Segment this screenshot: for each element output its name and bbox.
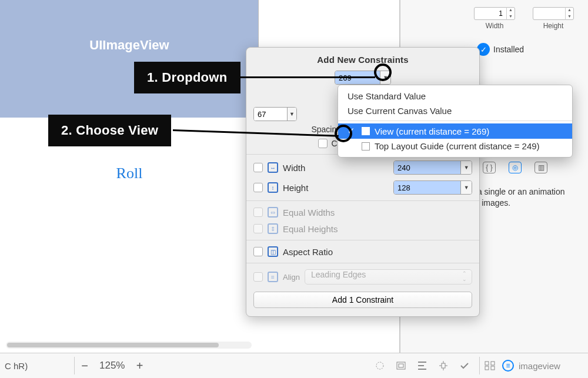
annotation-circle-check: [335, 125, 352, 142]
height-value-caret[interactable]: ▼: [460, 181, 472, 194]
equal-widths-checkbox: [253, 208, 263, 217]
inspector-width-label: Width: [486, 22, 504, 30]
width-checkbox[interactable]: [253, 163, 263, 172]
zoom-level[interactable]: 125%: [99, 360, 125, 372]
menu-view-item[interactable]: ✓ View (current distance = 269): [338, 123, 572, 139]
annotation-dropdown: 1. Dropdown: [134, 62, 240, 93]
height-stepper[interactable]: ▲▼: [565, 7, 573, 20]
toolbar-update-frames-icon[interactable]: [373, 360, 386, 372]
equal-heights-checkbox: [253, 224, 263, 233]
tab-film-icon[interactable]: ▥: [534, 162, 547, 173]
left-constraint-dropdown-caret[interactable]: ▼: [287, 108, 296, 121]
align-label: Align: [283, 273, 300, 282]
svg-point-0: [376, 362, 383, 369]
scrollbar-thumb[interactable]: [7, 343, 219, 347]
width-value-caret[interactable]: ▼: [460, 161, 472, 174]
left-constraint-field[interactable]: ▼: [253, 107, 297, 121]
constrain-margins-checkbox[interactable]: [318, 139, 328, 148]
height-label: Height: [283, 183, 389, 193]
bottom-toolbar: C hR) − 125% + ≡: [0, 353, 588, 378]
align-checkbox: [253, 272, 263, 282]
width-label: Width: [283, 163, 389, 173]
menu-tlg-label: Top Layout Guide (current distance = 249…: [375, 141, 540, 151]
height-checkbox[interactable]: [253, 183, 263, 192]
popover-title: Add New Constraints: [253, 52, 472, 71]
aspect-ratio-checkbox[interactable]: [253, 247, 263, 256]
aspect-ratio-label: Aspect Ratio: [283, 247, 472, 257]
svg-rect-4: [485, 362, 489, 365]
roll-button-label[interactable]: Roll: [0, 165, 259, 182]
align-icon: ≡: [268, 272, 278, 282]
height-value-input[interactable]: [394, 181, 460, 194]
constraint-source-menu[interactable]: Use Standard Value Use Current Canvas Va…: [338, 85, 573, 158]
svg-rect-3: [442, 363, 445, 368]
left-constraint-input[interactable]: [254, 108, 287, 121]
inspector-tabs[interactable]: { } ◎ ▥: [483, 162, 582, 173]
menu-view-item-label: View (current distance = 269): [375, 126, 489, 136]
filter-icon: ≡: [502, 360, 514, 372]
inspector-height-label: Height: [543, 22, 564, 30]
svg-rect-2: [399, 364, 403, 367]
annotation-choose-view: 2. Choose View: [48, 115, 171, 146]
toolbar-resolve-icon[interactable]: [458, 360, 471, 372]
menu-use-canvas[interactable]: Use Current Canvas Value: [338, 103, 572, 118]
canvas-uiimageview[interactable]: UIImageView: [0, 0, 259, 118]
svg-rect-6: [485, 366, 489, 370]
menu-top-layout-guide[interactable]: Top Layout Guide (current distance = 249…: [338, 139, 572, 153]
width-stepper[interactable]: ▲▼: [506, 7, 514, 20]
menu-tlg-box-icon: [362, 142, 370, 150]
zoom-out-button[interactable]: −: [78, 359, 91, 373]
equal-widths-icon: ⇔: [268, 207, 278, 218]
add-constraint-button[interactable]: Add 1 Constraint: [253, 292, 472, 308]
equal-heights-icon: ⇕: [268, 223, 278, 234]
tab-target-icon[interactable]: ◎: [509, 162, 522, 173]
canvas-label: UIImageView: [0, 38, 259, 53]
canvas-horizontal-scrollbar[interactable]: [6, 342, 252, 349]
menu-view-box-icon: [362, 127, 370, 135]
align-select: Leading Edges: [305, 269, 472, 285]
equal-widths-label: Equal Widths: [283, 208, 472, 218]
installed-label: Installed: [493, 45, 524, 54]
zoom-in-button[interactable]: +: [133, 359, 146, 373]
toolbar-pin-icon[interactable]: [437, 360, 450, 372]
svg-rect-7: [491, 366, 495, 370]
width-value-field[interactable]: ▼: [393, 160, 472, 175]
tab-braces-icon[interactable]: { }: [483, 162, 496, 173]
height-value-field[interactable]: ▼: [393, 180, 472, 195]
annotation-circle-caret: [374, 63, 392, 81]
size-class-indicator[interactable]: C hR): [0, 361, 71, 371]
annotation-line-1: [240, 76, 375, 78]
inspector-width-input[interactable]: [475, 8, 506, 19]
width-glyph-icon: ↔: [268, 162, 278, 173]
inspector-width-field[interactable]: ▲▼: [474, 7, 515, 20]
width-value-input[interactable]: [394, 161, 460, 174]
equal-heights-label: Equal Heights: [283, 224, 472, 234]
inspector-height-field[interactable]: ▲▼: [533, 7, 574, 20]
svg-rect-1: [397, 362, 405, 369]
library-grid-icon[interactable]: [483, 360, 496, 372]
svg-rect-5: [491, 362, 495, 365]
menu-use-standard[interactable]: Use Standard Value: [338, 89, 572, 103]
inspector-height-input[interactable]: [533, 8, 565, 19]
library-filter-input[interactable]: [517, 360, 582, 372]
aspect-ratio-icon: ◫: [268, 246, 278, 257]
toolbar-align-icon[interactable]: [416, 360, 429, 372]
height-glyph-icon: ↕: [268, 182, 278, 193]
toolbar-embed-icon[interactable]: [395, 360, 407, 372]
